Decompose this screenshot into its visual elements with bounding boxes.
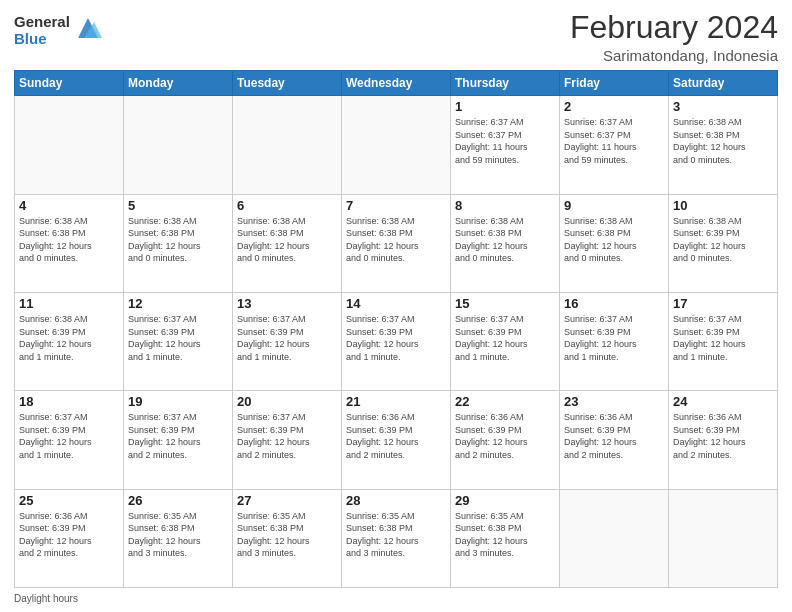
- calendar-cell: 11Sunrise: 6:38 AM Sunset: 6:39 PM Dayli…: [15, 292, 124, 390]
- day-number: 25: [19, 493, 119, 508]
- title-block: February 2024 Sarimatondang, Indonesia: [570, 10, 778, 64]
- day-number: 13: [237, 296, 337, 311]
- day-number: 2: [564, 99, 664, 114]
- weekday-header-thursday: Thursday: [451, 71, 560, 96]
- calendar-cell: 4Sunrise: 6:38 AM Sunset: 6:38 PM Daylig…: [15, 194, 124, 292]
- calendar-cell: [124, 96, 233, 194]
- day-info: Sunrise: 6:38 AM Sunset: 6:39 PM Dayligh…: [19, 313, 119, 363]
- location-title: Sarimatondang, Indonesia: [570, 47, 778, 64]
- calendar-cell: 26Sunrise: 6:35 AM Sunset: 6:38 PM Dayli…: [124, 489, 233, 587]
- day-info: Sunrise: 6:38 AM Sunset: 6:39 PM Dayligh…: [673, 215, 773, 265]
- weekday-header-saturday: Saturday: [669, 71, 778, 96]
- day-number: 7: [346, 198, 446, 213]
- day-number: 4: [19, 198, 119, 213]
- day-number: 21: [346, 394, 446, 409]
- day-info: Sunrise: 6:37 AM Sunset: 6:37 PM Dayligh…: [455, 116, 555, 166]
- day-number: 20: [237, 394, 337, 409]
- calendar-cell: 25Sunrise: 6:36 AM Sunset: 6:39 PM Dayli…: [15, 489, 124, 587]
- day-number: 15: [455, 296, 555, 311]
- day-info: Sunrise: 6:35 AM Sunset: 6:38 PM Dayligh…: [346, 510, 446, 560]
- calendar-cell: 13Sunrise: 6:37 AM Sunset: 6:39 PM Dayli…: [233, 292, 342, 390]
- day-number: 5: [128, 198, 228, 213]
- day-info: Sunrise: 6:38 AM Sunset: 6:38 PM Dayligh…: [346, 215, 446, 265]
- calendar-cell: 5Sunrise: 6:38 AM Sunset: 6:38 PM Daylig…: [124, 194, 233, 292]
- day-info: Sunrise: 6:36 AM Sunset: 6:39 PM Dayligh…: [346, 411, 446, 461]
- day-info: Sunrise: 6:36 AM Sunset: 6:39 PM Dayligh…: [564, 411, 664, 461]
- month-title: February 2024: [570, 10, 778, 45]
- day-number: 14: [346, 296, 446, 311]
- day-info: Sunrise: 6:38 AM Sunset: 6:38 PM Dayligh…: [564, 215, 664, 265]
- page: General Blue February 2024 Sarimatondang…: [0, 0, 792, 612]
- logo-blue: Blue: [14, 31, 70, 48]
- calendar-cell: 2Sunrise: 6:37 AM Sunset: 6:37 PM Daylig…: [560, 96, 669, 194]
- calendar-cell: 8Sunrise: 6:38 AM Sunset: 6:38 PM Daylig…: [451, 194, 560, 292]
- day-number: 26: [128, 493, 228, 508]
- weekday-header-sunday: Sunday: [15, 71, 124, 96]
- day-info: Sunrise: 6:37 AM Sunset: 6:39 PM Dayligh…: [346, 313, 446, 363]
- day-number: 11: [19, 296, 119, 311]
- day-number: 9: [564, 198, 664, 213]
- calendar-cell: 24Sunrise: 6:36 AM Sunset: 6:39 PM Dayli…: [669, 391, 778, 489]
- logo: General Blue: [14, 14, 102, 47]
- logo-icon: [74, 14, 102, 42]
- calendar-cell: 19Sunrise: 6:37 AM Sunset: 6:39 PM Dayli…: [124, 391, 233, 489]
- calendar-cell: 15Sunrise: 6:37 AM Sunset: 6:39 PM Dayli…: [451, 292, 560, 390]
- day-number: 8: [455, 198, 555, 213]
- calendar-cell: 18Sunrise: 6:37 AM Sunset: 6:39 PM Dayli…: [15, 391, 124, 489]
- calendar-cell: 20Sunrise: 6:37 AM Sunset: 6:39 PM Dayli…: [233, 391, 342, 489]
- day-info: Sunrise: 6:38 AM Sunset: 6:38 PM Dayligh…: [128, 215, 228, 265]
- calendar-cell: 14Sunrise: 6:37 AM Sunset: 6:39 PM Dayli…: [342, 292, 451, 390]
- weekday-header-friday: Friday: [560, 71, 669, 96]
- day-info: Sunrise: 6:37 AM Sunset: 6:39 PM Dayligh…: [128, 411, 228, 461]
- calendar-cell: [15, 96, 124, 194]
- weekday-header-wednesday: Wednesday: [342, 71, 451, 96]
- calendar-cell: 9Sunrise: 6:38 AM Sunset: 6:38 PM Daylig…: [560, 194, 669, 292]
- calendar-cell: 7Sunrise: 6:38 AM Sunset: 6:38 PM Daylig…: [342, 194, 451, 292]
- logo-general: General: [14, 14, 70, 31]
- weekday-header-monday: Monday: [124, 71, 233, 96]
- day-info: Sunrise: 6:38 AM Sunset: 6:38 PM Dayligh…: [455, 215, 555, 265]
- calendar-cell: [342, 96, 451, 194]
- day-info: Sunrise: 6:37 AM Sunset: 6:39 PM Dayligh…: [455, 313, 555, 363]
- weekday-header-row: SundayMondayTuesdayWednesdayThursdayFrid…: [15, 71, 778, 96]
- day-info: Sunrise: 6:36 AM Sunset: 6:39 PM Dayligh…: [455, 411, 555, 461]
- day-number: 22: [455, 394, 555, 409]
- day-info: Sunrise: 6:37 AM Sunset: 6:39 PM Dayligh…: [673, 313, 773, 363]
- day-number: 23: [564, 394, 664, 409]
- calendar-cell: 22Sunrise: 6:36 AM Sunset: 6:39 PM Dayli…: [451, 391, 560, 489]
- day-number: 1: [455, 99, 555, 114]
- calendar-cell: 12Sunrise: 6:37 AM Sunset: 6:39 PM Dayli…: [124, 292, 233, 390]
- day-number: 27: [237, 493, 337, 508]
- weekday-header-tuesday: Tuesday: [233, 71, 342, 96]
- calendar-cell: 21Sunrise: 6:36 AM Sunset: 6:39 PM Dayli…: [342, 391, 451, 489]
- footer-note: Daylight hours: [14, 593, 778, 604]
- calendar-cell: 27Sunrise: 6:35 AM Sunset: 6:38 PM Dayli…: [233, 489, 342, 587]
- day-info: Sunrise: 6:36 AM Sunset: 6:39 PM Dayligh…: [19, 510, 119, 560]
- day-info: Sunrise: 6:35 AM Sunset: 6:38 PM Dayligh…: [128, 510, 228, 560]
- calendar-cell: 10Sunrise: 6:38 AM Sunset: 6:39 PM Dayli…: [669, 194, 778, 292]
- calendar-cell: [560, 489, 669, 587]
- calendar-cell: 16Sunrise: 6:37 AM Sunset: 6:39 PM Dayli…: [560, 292, 669, 390]
- header: General Blue February 2024 Sarimatondang…: [14, 10, 778, 64]
- calendar-cell: [669, 489, 778, 587]
- logo-text: General Blue: [14, 14, 70, 47]
- calendar-cell: [233, 96, 342, 194]
- calendar-cell: 29Sunrise: 6:35 AM Sunset: 6:38 PM Dayli…: [451, 489, 560, 587]
- week-row-2: 4Sunrise: 6:38 AM Sunset: 6:38 PM Daylig…: [15, 194, 778, 292]
- week-row-5: 25Sunrise: 6:36 AM Sunset: 6:39 PM Dayli…: [15, 489, 778, 587]
- day-number: 24: [673, 394, 773, 409]
- day-number: 19: [128, 394, 228, 409]
- week-row-4: 18Sunrise: 6:37 AM Sunset: 6:39 PM Dayli…: [15, 391, 778, 489]
- day-number: 17: [673, 296, 773, 311]
- week-row-1: 1Sunrise: 6:37 AM Sunset: 6:37 PM Daylig…: [15, 96, 778, 194]
- calendar-cell: 23Sunrise: 6:36 AM Sunset: 6:39 PM Dayli…: [560, 391, 669, 489]
- day-number: 18: [19, 394, 119, 409]
- calendar-table: SundayMondayTuesdayWednesdayThursdayFrid…: [14, 70, 778, 588]
- day-info: Sunrise: 6:37 AM Sunset: 6:39 PM Dayligh…: [237, 313, 337, 363]
- day-number: 28: [346, 493, 446, 508]
- calendar-cell: 6Sunrise: 6:38 AM Sunset: 6:38 PM Daylig…: [233, 194, 342, 292]
- day-info: Sunrise: 6:38 AM Sunset: 6:38 PM Dayligh…: [19, 215, 119, 265]
- day-info: Sunrise: 6:36 AM Sunset: 6:39 PM Dayligh…: [673, 411, 773, 461]
- day-info: Sunrise: 6:37 AM Sunset: 6:39 PM Dayligh…: [19, 411, 119, 461]
- day-number: 6: [237, 198, 337, 213]
